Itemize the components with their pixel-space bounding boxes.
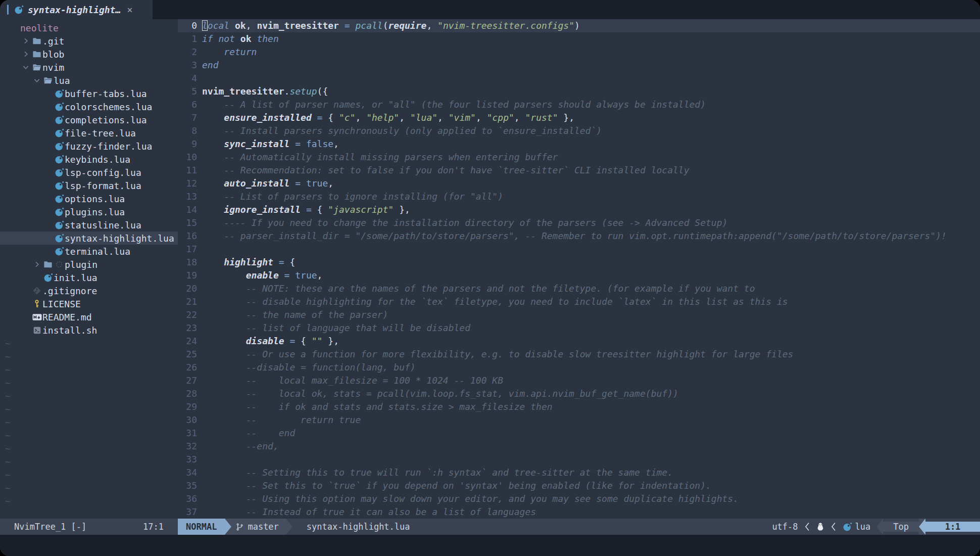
code-text: --disable = function(lang, buf): [202, 361, 416, 374]
code-text: -- Setting this to true will run `:h syn…: [202, 466, 673, 479]
code-text: local ok, nvim_treesitter = pcall(requir…: [202, 19, 580, 32]
buffer-tab[interactable]: syntax-highlight… ×: [0, 0, 153, 19]
line-number: 4: [178, 72, 202, 85]
code-line-23[interactable]: 23 -- list of language that will be disa…: [178, 321, 980, 335]
tree-item-neolite[interactable]: neolite: [0, 21, 178, 34]
code-line-19[interactable]: 19 enable = true,: [178, 269, 980, 282]
tree-item-nvim[interactable]: nvim: [0, 61, 178, 74]
tilde-char: ~: [5, 338, 11, 349]
code-line-26[interactable]: 26 --disable = function(lang, buf): [178, 361, 980, 374]
lua-icon: [843, 522, 852, 532]
lua-icon: [42, 273, 54, 283]
tree-item-install.sh[interactable]: install.sh: [0, 323, 178, 337]
chevron-right-icon[interactable]: [20, 37, 31, 44]
code-line-32[interactable]: 32 --end,: [178, 440, 980, 453]
code-line-13[interactable]: 13 -- List of parsers to ignore installi…: [178, 190, 980, 203]
code-line-36[interactable]: 36 -- Using this option may slow down yo…: [178, 492, 980, 505]
code-line-29[interactable]: 29 -- if ok and stats and stats.size > m…: [178, 400, 980, 413]
code-line-33[interactable]: 33: [178, 453, 980, 466]
tree-item-statusline.lua[interactable]: statusline.lua: [0, 218, 178, 231]
tree-item-lsp-config.lua[interactable]: lsp-config.lua: [0, 166, 178, 179]
powerline-separator: [876, 519, 883, 535]
tilde-char: ~: [5, 391, 11, 401]
empty-line-tilde: ~: [0, 337, 178, 350]
code-editor[interactable]: 0local ok, nvim_treesitter = pcall(requi…: [178, 19, 980, 519]
code-text: -- NOTE: these are the names of the pars…: [202, 282, 755, 295]
code-text: ensure_installed = { "c", "help", "lua",…: [202, 111, 574, 124]
code-line-30[interactable]: 30 -- return true: [178, 413, 980, 427]
code-line-37[interactable]: 37 -- Instead of true it can also be a l…: [178, 505, 980, 519]
code-line-4[interactable]: 4: [178, 72, 980, 85]
code-line-2[interactable]: 2 return: [178, 45, 980, 59]
tree-item-.gitignore[interactable]: .gitignore: [0, 284, 178, 297]
code-line-28[interactable]: 28 -- local ok, stats = pcall(vim.loop.f…: [178, 387, 980, 400]
statusline-right: utf-8 lua Top 1:1: [769, 519, 980, 535]
code-line-1[interactable]: 1if not ok then: [178, 32, 980, 45]
line-number: 32: [178, 440, 202, 453]
tree-item-plugin[interactable]: plugin: [0, 258, 178, 271]
chevron-right-icon[interactable]: [20, 51, 31, 58]
code-line-35[interactable]: 35 -- Set this to `true` if you depend o…: [178, 479, 980, 492]
tree-item-fuzzy-finder.lua[interactable]: fuzzy-finder.lua: [0, 140, 178, 153]
tree-item-colorschemes.lua[interactable]: colorschemes.lua: [0, 100, 178, 113]
code-text: ---- If you need to change the installat…: [202, 216, 727, 229]
tree-item-completions.lua[interactable]: completions.lua: [0, 113, 178, 126]
tilde-char: ~: [5, 417, 11, 428]
tree-item-LICENSE[interactable]: LICENSE: [0, 297, 178, 310]
code-line-9[interactable]: 9 sync_install = false,: [178, 137, 980, 151]
code-line-27[interactable]: 27 -- local max_filesize = 100 * 1024 --…: [178, 374, 980, 387]
code-line-25[interactable]: 25 -- Or use a function for more flexibi…: [178, 348, 980, 361]
code-line-18[interactable]: 18 highlight = {: [178, 256, 980, 269]
tree-item-syntax-highlight.lua[interactable]: syntax-highlight.lua: [0, 231, 178, 245]
tree-item-lsp-format.lua[interactable]: lsp-format.lua: [0, 179, 178, 192]
code-line-20[interactable]: 20 -- NOTE: these are the names of the p…: [178, 282, 980, 295]
tilde-char: ~: [5, 456, 11, 467]
tree-item-buffer-tabs.lua[interactable]: buffer-tabs.lua: [0, 87, 178, 100]
code-text: auto_install = true,: [202, 177, 333, 190]
code-line-24[interactable]: 24 disable = { "" },: [178, 335, 980, 348]
tree-item-plugins.lua[interactable]: plugins.lua: [0, 205, 178, 218]
code-line-34[interactable]: 34 -- Setting this to true will run `:h …: [178, 466, 980, 479]
tree-item-blob[interactable]: blob: [0, 48, 178, 61]
tree-item-.git[interactable]: .git: [0, 34, 178, 48]
cursor: l: [202, 20, 208, 31]
chevron-down-icon[interactable]: [31, 77, 42, 84]
code-line-0[interactable]: 0local ok, nvim_treesitter = pcall(requi…: [178, 19, 980, 32]
tree-item-label: lsp-format.lua: [65, 180, 141, 191]
code-line-3[interactable]: 3end: [178, 59, 980, 72]
code-line-8[interactable]: 8 -- Install parsers synchronously (only…: [178, 124, 980, 137]
tree-item-label: fuzzy-finder.lua: [65, 141, 152, 152]
lua-icon: [54, 220, 65, 230]
tree-item-file-tree.lua[interactable]: file-tree.lua: [0, 126, 178, 140]
close-icon[interactable]: ×: [127, 4, 132, 15]
tree-item-options.lua[interactable]: options.lua: [0, 192, 178, 205]
code-line-15[interactable]: 15 ---- If you need to change the instal…: [178, 216, 980, 229]
git-branch-name: master: [248, 522, 278, 532]
tree-item-keybinds.lua[interactable]: keybinds.lua: [0, 153, 178, 166]
code-line-5[interactable]: 5nvim_treesitter.setup({: [178, 85, 980, 98]
code-line-7[interactable]: 7 ensure_installed = { "c", "help", "lua…: [178, 111, 980, 124]
code-text: -- the name of the parser): [202, 308, 388, 321]
code-line-10[interactable]: 10 -- Automatically install missing pars…: [178, 151, 980, 164]
tree-item-init.lua[interactable]: init.lua: [0, 271, 178, 284]
code-line-16[interactable]: 16 -- parser_install_dir = "/some/path/t…: [178, 229, 980, 243]
code-line-14[interactable]: 14 ignore_install = { "javascript" },: [178, 203, 980, 216]
code-line-21[interactable]: 21 -- disable highlighting for the `tex`…: [178, 295, 980, 308]
empty-line-tilde: ~: [0, 481, 178, 494]
chevron-down-icon[interactable]: [20, 64, 31, 71]
code-line-6[interactable]: 6 -- A list of parser names, or "all" (t…: [178, 98, 980, 111]
tree-item-README.md[interactable]: README.md: [0, 310, 178, 323]
tree-item-lua[interactable]: lua: [0, 74, 178, 87]
code-line-11[interactable]: 11 -- Recommendation: set to false if yo…: [178, 164, 980, 177]
code-line-31[interactable]: 31 -- end: [178, 427, 980, 440]
tree-item-label: README.md: [42, 312, 92, 322]
powerline-separator: [225, 519, 231, 535]
tree-item-label: .git: [42, 36, 64, 47]
tree-item-terminal.lua[interactable]: terminal.lua: [0, 245, 178, 258]
chevron-right-icon[interactable]: [31, 261, 42, 268]
code-line-12[interactable]: 12 auto_install = true,: [178, 177, 980, 190]
code-line-17[interactable]: 17: [178, 243, 980, 256]
tree-item-label: colorschemes.lua: [65, 102, 152, 112]
tree-item-label: plugin: [65, 259, 97, 270]
code-line-22[interactable]: 22 -- the name of the parser): [178, 308, 980, 321]
